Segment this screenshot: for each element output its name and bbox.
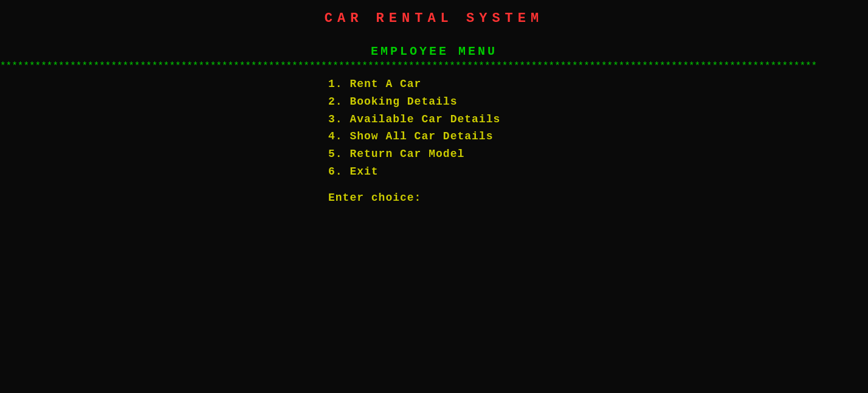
choice-input[interactable] <box>429 192 453 204</box>
menu-item-5[interactable]: 5. Return Car Model <box>0 145 868 163</box>
terminal-screen: CAR RENTAL SYSTEM EMPLOYEE MENU ********… <box>0 6 868 387</box>
input-prompt: Enter choice: <box>0 192 868 204</box>
prompt-label: Enter choice: <box>328 192 421 204</box>
menu-item-4[interactable]: 4. Show All Car Details <box>0 128 868 145</box>
divider-top: ****************************************… <box>0 61 868 72</box>
menu-item-3[interactable]: 3. Available Car Details <box>0 111 868 128</box>
app-title: CAR RENTAL SYSTEM <box>0 11 868 26</box>
menu-item-6[interactable]: 6. Exit <box>0 163 868 181</box>
menu-heading: EMPLOYEE MENU <box>0 44 868 58</box>
menu-item-2[interactable]: 2. Booking Details <box>0 93 868 111</box>
menu-item-1[interactable]: 1. Rent A Car <box>0 75 868 93</box>
